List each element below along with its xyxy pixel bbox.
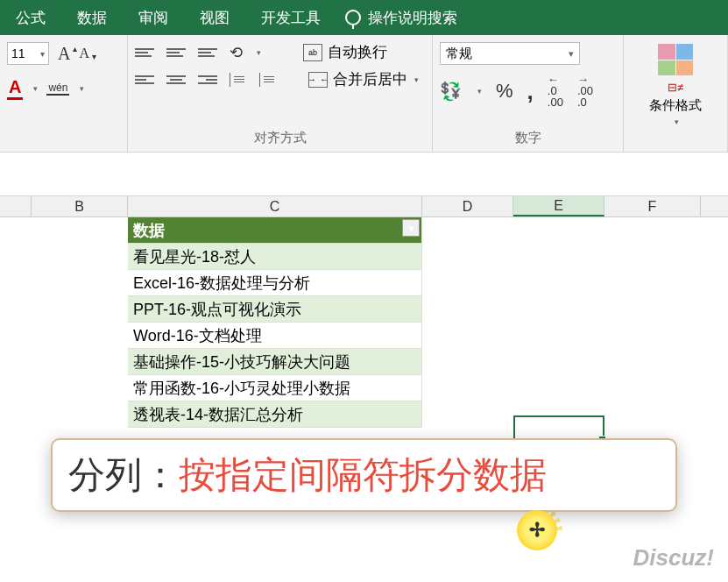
table-row[interactable]: Excel-16-数据处理与分析 — [128, 270, 422, 296]
callout-text: 按指定间隔符拆分数据 — [179, 451, 547, 500]
tab-view[interactable]: 视图 — [184, 0, 245, 35]
table-row[interactable]: PPT-16-观点可视化演示 — [128, 296, 422, 323]
table-row[interactable]: 看见星光-18-怼人 — [128, 244, 422, 270]
conditional-format-button[interactable]: ⊟≠ 条件格式 ▾ — [627, 39, 724, 126]
merge-center-button[interactable]: 合并后居中 ▾ — [308, 69, 419, 89]
wrap-text-icon: ab — [303, 44, 322, 61]
comma-icon[interactable]: , — [527, 86, 534, 96]
group-label: 数字 — [440, 128, 616, 148]
font-group: 11 A A A▾ wén▾ — [0, 35, 128, 152]
column-headers: B C D E F — [0, 196, 728, 217]
number-format-select[interactable]: 常规 — [440, 42, 580, 65]
percent-icon[interactable]: % — [496, 80, 513, 103]
dropdown-icon[interactable]: ▾ — [477, 87, 482, 96]
callout-label: 分列： — [68, 451, 179, 500]
tab-developer[interactable]: 开发工具 — [245, 0, 336, 35]
align-right-icon[interactable] — [198, 72, 217, 88]
font-color-button[interactable]: A — [7, 77, 23, 100]
align-middle-icon[interactable] — [166, 45, 186, 60]
ribbon-content: 11 A A A▾ wén▾ ⟲▾ ab 自动换行 — [0, 35, 728, 153]
dropdown-icon[interactable]: ▾ — [33, 84, 38, 93]
filter-dropdown-button[interactable]: ▾ — [402, 219, 420, 237]
group-label — [7, 145, 120, 148]
increase-indent-icon[interactable] — [259, 73, 277, 87]
dropdown-icon[interactable]: ▾ — [414, 75, 419, 84]
col-header-e[interactable]: E — [513, 196, 604, 216]
number-group: 常规 💱▾ % , ←.0.00 →.00.0 数字 — [433, 35, 624, 152]
tab-formula[interactable]: 公式 — [0, 0, 61, 35]
alignment-group: ⟲▾ ab 自动换行 合并后居中 ▾ 对 — [128, 35, 433, 152]
merge-icon — [308, 72, 328, 88]
col-header-d[interactable]: D — [422, 196, 513, 216]
col-header-corner[interactable] — [0, 196, 32, 216]
decrease-indent-icon[interactable] — [230, 73, 247, 87]
table-header-cell[interactable]: 数据 ▾ — [128, 217, 422, 244]
align-bottom-icon[interactable] — [198, 45, 217, 60]
align-left-icon[interactable] — [135, 72, 154, 88]
dropdown-icon[interactable]: ▾ — [80, 84, 84, 93]
annotation-callout: 分列： 按指定间隔符拆分数据 — [51, 438, 677, 512]
align-center-icon[interactable] — [166, 72, 186, 88]
conditional-format-icon — [658, 44, 693, 75]
increase-decimal-icon[interactable]: ←.0.00 — [548, 74, 563, 108]
table-row[interactable]: 常用函数-16-小巧灵处理小数据 — [128, 375, 422, 401]
spreadsheet-grid: B C D E F 数据 ▾ 看见星光-18-怼人 Excel-16-数据处理与… — [0, 196, 728, 217]
table-row[interactable]: Word-16-文档处理 — [128, 323, 422, 349]
col-header-f[interactable]: F — [604, 196, 701, 216]
styles-group: ⊟≠ 条件格式 ▾ — [624, 35, 728, 152]
group-label: 对齐方式 — [135, 128, 425, 148]
increase-font-icon[interactable]: A — [58, 44, 70, 64]
lightbulb-icon — [345, 10, 361, 25]
currency-icon[interactable]: 💱 — [440, 81, 462, 102]
formula-bar[interactable] — [0, 153, 728, 196]
dropdown-icon: ▾ — [675, 117, 679, 126]
col-header-c[interactable]: C — [128, 196, 422, 216]
tab-review[interactable]: 审阅 — [123, 0, 184, 35]
dropdown-icon[interactable]: ▾ — [257, 48, 261, 57]
wrap-text-button[interactable]: ab 自动换行 — [303, 42, 387, 62]
table-row[interactable]: 基础操作-15-小技巧解决大问题 — [128, 349, 422, 375]
tellme-label: 操作说明搜索 — [368, 8, 457, 28]
align-top-icon[interactable] — [135, 45, 154, 60]
font-size-select[interactable]: 11 — [7, 42, 49, 65]
table-row[interactable]: 透视表-14-数据汇总分析 — [128, 401, 422, 428]
watermark: Discuz! — [633, 544, 714, 571]
cursor-icon: ✢ — [529, 519, 545, 542]
cursor-highlight: ✢ — [517, 510, 557, 550]
phonetic-guide-button[interactable]: wén — [46, 82, 69, 96]
ribbon-tabs: 公式 数据 审阅 视图 开发工具 操作说明搜索 — [0, 0, 728, 35]
not-equal-icon: ⊟≠ — [668, 81, 683, 94]
decrease-decimal-icon[interactable]: →.00.0 — [577, 74, 593, 108]
orientation-icon[interactable]: ⟲ — [230, 43, 243, 62]
col-header-b[interactable]: B — [32, 196, 128, 216]
tellme-search[interactable]: 操作说明搜索 — [336, 8, 457, 28]
decrease-font-icon[interactable]: A — [79, 46, 89, 61]
tab-data[interactable]: 数据 — [61, 0, 123, 35]
